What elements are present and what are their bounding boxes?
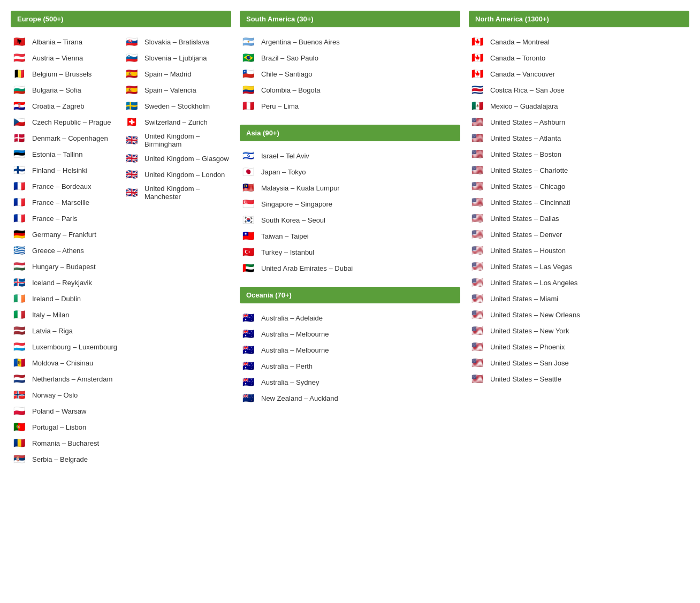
list-item: 🇲🇽 Mexico – Guadalajara [469, 98, 689, 114]
europe-col1: 🇦🇱 Albania – Tirana 🇦🇹 Austria – Vienna … [11, 34, 119, 467]
list-item: 🇺🇸 United States – Boston [469, 146, 689, 162]
location-name: Luxembourg – Luxembourg [32, 343, 117, 351]
list-item: 🇲🇾 Malaysia – Kuala Lumpur [240, 180, 460, 196]
list-item: 🇵🇹 Portugal – Lisbon [11, 419, 119, 435]
list-item: 🇰🇷 South Korea – Seoul [240, 212, 460, 228]
flag-icon: 🇨🇦 [469, 36, 486, 48]
location-name: United States – Houston [490, 247, 566, 255]
location-name: Singapore – Singapore [261, 200, 332, 208]
flag-icon: 🇺🇸 [469, 228, 486, 240]
location-name: Albania – Tirana [32, 38, 82, 46]
location-name: Portugal – Lisbon [32, 423, 86, 431]
location-name: Spain – Madrid [144, 70, 191, 78]
list-item: 🇮🇸 Iceland – Reykjavik [11, 274, 119, 291]
list-item: 🇪🇸 Spain – Madrid [123, 66, 231, 82]
location-name: Estonia – Tallinn [32, 150, 82, 158]
location-name: Norway – Oslo [32, 391, 78, 399]
location-name: Chile – Santiago [261, 70, 312, 78]
location-name: United Kingdom – London [144, 171, 225, 179]
flag-icon: 🇲🇾 [240, 182, 257, 194]
flag-icon: 🇺🇸 [469, 357, 486, 369]
north-america-panel: North America (1300+) 🇨🇦 Canada – Montre… [469, 11, 689, 467]
list-item: 🇧🇬 Bulgaria – Sofia [11, 82, 119, 98]
list-item: 🇦🇹 Austria – Vienna [11, 50, 119, 66]
location-name: United Arab Emirates – Dubai [261, 264, 353, 272]
north-america-header: North America (1300+) [469, 11, 689, 27]
flag-icon: 🇦🇺 [240, 328, 257, 340]
list-item: 🇨🇦 Canada – Montreal [469, 34, 689, 50]
flag-icon: 🇬🇧 [123, 134, 140, 146]
location-name: Slovakia – Bratislava [144, 38, 209, 46]
flag-icon: 🇦🇺 [240, 312, 257, 324]
list-item: 🇫🇮 Finland – Helsinki [11, 162, 119, 178]
location-name: United States – Atlanta [490, 134, 561, 142]
location-name: United States – Las Vegas [490, 263, 572, 271]
flag-icon: 🇦🇪 [240, 262, 257, 274]
flag-icon: 🇦🇺 [240, 344, 257, 356]
list-item: 🇱🇻 Latvia – Riga [11, 323, 119, 339]
list-item: 🇹🇷 Turkey – Istanbul [240, 244, 460, 260]
flag-icon: 🇭🇺 [11, 261, 28, 272]
location-name: United States – Dallas [490, 215, 559, 223]
location-name: Netherlands – Amsterdam [32, 375, 112, 383]
flag-icon: 🇫🇷 [11, 196, 28, 208]
list-item: 🇺🇸 United States – Cincinnati [469, 194, 689, 210]
flag-icon: 🇨🇦 [469, 52, 486, 64]
list-item: 🇨🇦 Canada – Toronto [469, 50, 689, 66]
location-name: United States – San Jose [490, 359, 569, 367]
main-grid: Europe (500+) 🇦🇱 Albania – Tirana 🇦🇹 Aus… [11, 11, 689, 467]
location-name: United States – Ashburn [490, 118, 565, 126]
flag-icon: 🇺🇸 [469, 261, 486, 272]
europe-header: Europe (500+) [11, 11, 231, 27]
list-item: 🇦🇺 Australia – Perth [240, 358, 460, 374]
location-name: Hungary – Budapest [32, 263, 96, 271]
flag-icon: 🇮🇱 [240, 150, 257, 162]
list-item: 🇨🇭 Switzerland – Zurich [123, 114, 231, 130]
list-item: 🇦🇺 Australia – Sydney [240, 374, 460, 390]
location-name: Moldova – Chisinau [32, 359, 93, 367]
location-name: United Kingdom – Glasgow [144, 155, 229, 163]
flag-icon: 🇬🇷 [11, 245, 28, 256]
flag-icon: 🇧🇪 [11, 68, 28, 80]
list-item: 🇺🇸 United States – Atlanta [469, 130, 689, 146]
list-item: 🇺🇸 United States – Seattle [469, 371, 689, 387]
list-item: 🇮🇪 Ireland – Dublin [11, 291, 119, 307]
location-name: Argentina – Buenos Aires [261, 38, 340, 46]
list-item: 🇫🇷 France – Marseille [11, 194, 119, 210]
location-name: Canada – Montreal [490, 38, 550, 46]
flag-icon: 🇦🇹 [11, 52, 28, 64]
flag-icon: 🇬🇧 [123, 152, 140, 164]
asia-section: Asia (90+) 🇮🇱 Israel – Tel Aviv 🇯🇵 Japan… [240, 125, 460, 276]
location-name: Croatia – Zagreb [32, 102, 85, 110]
asia-list: 🇮🇱 Israel – Tel Aviv 🇯🇵 Japan – Tokyo 🇲🇾… [240, 148, 460, 276]
location-name: United States – Denver [490, 231, 562, 239]
flag-icon: 🇮🇹 [11, 309, 28, 320]
list-item: 🇨🇿 Czech Republic – Prague [11, 114, 119, 130]
location-name: United States – Boston [490, 150, 561, 158]
location-name: Sweden – Stockholm [144, 102, 210, 110]
location-name: United Kingdom – Birmingham [144, 132, 231, 148]
flag-icon: 🇱🇻 [11, 325, 28, 337]
location-name: Denmark – Copenhagen [32, 134, 108, 142]
location-name: Mexico – Guadalajara [490, 102, 558, 110]
list-item: 🇸🇬 Singapore – Singapore [240, 196, 460, 212]
location-name: France – Bordeaux [32, 182, 92, 190]
list-item: 🇺🇸 United States – Ashburn [469, 114, 689, 130]
list-item: 🇱🇺 Luxembourg – Luxembourg [11, 339, 119, 355]
oceania-list: 🇦🇺 Australia – Adelaide 🇦🇺 Australia – M… [240, 310, 460, 406]
location-name: United States – Cincinnati [490, 199, 570, 207]
location-name: Czech Republic – Prague [32, 118, 111, 126]
flag-icon: 🇺🇸 [469, 245, 486, 256]
location-name: Romania – Bucharest [32, 439, 99, 447]
location-name: Spain – Valencia [144, 86, 196, 94]
flag-icon: 🇸🇬 [240, 198, 257, 210]
list-item: 🇺🇸 United States – Charlotte [469, 162, 689, 178]
list-item: 🇬🇷 Greece – Athens [11, 242, 119, 258]
oceania-section: Oceania (70+) 🇦🇺 Australia – Adelaide 🇦🇺… [240, 287, 460, 406]
europe-panel: Europe (500+) 🇦🇱 Albania – Tirana 🇦🇹 Aus… [11, 11, 231, 467]
list-item: 🇫🇷 France – Bordeaux [11, 178, 119, 194]
location-name: Canada – Vancouver [490, 70, 555, 78]
flag-icon: 🇵🇱 [11, 405, 28, 417]
list-item: 🇦🇺 Australia – Melbourne [240, 342, 460, 358]
flag-icon: 🇨🇱 [240, 68, 257, 80]
